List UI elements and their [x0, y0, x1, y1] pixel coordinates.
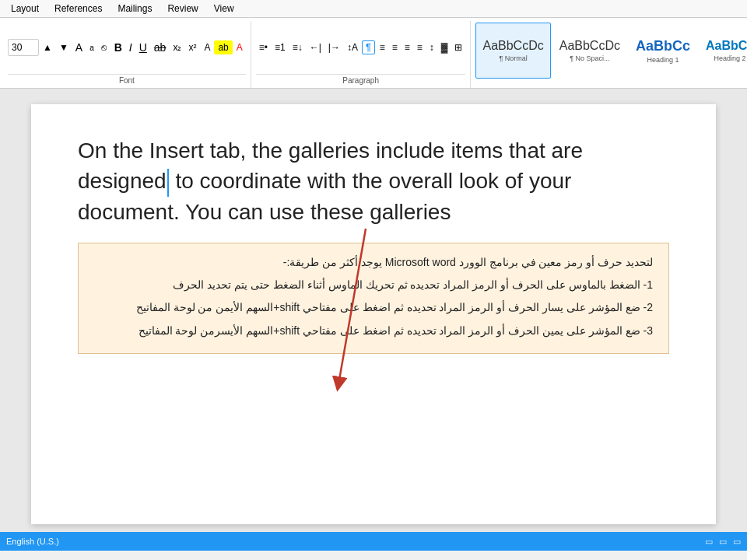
font-size-input[interactable]: 30	[8, 39, 39, 56]
status-icon-1[interactable]: ▭	[705, 537, 713, 547]
highlight-row: A ab A	[201, 40, 245, 54]
justify-btn[interactable]: ≡	[414, 40, 426, 54]
style-normal-preview: AaBbCcDc	[482, 39, 543, 53]
align-right-btn[interactable]: ≡	[402, 40, 413, 54]
style-heading1[interactable]: AaBbCc Heading 1	[629, 23, 697, 79]
indent-btn[interactable]: |→	[325, 40, 343, 54]
show-marks-btn[interactable]: ¶	[362, 40, 375, 54]
callout-item-3: 3- ضع المؤشر على يمين الحرف أو الرمز الم…	[94, 321, 653, 341]
multilevel-btn[interactable]: ≡↓	[289, 40, 306, 54]
list-row: ≡• ≡1 ≡↓ ←| |→ ↕A ¶	[256, 40, 375, 54]
align-row: ≡ ≡ ≡ ≡ ↕ ▓ ⊞	[377, 40, 466, 54]
tab-review[interactable]: Review	[160, 0, 205, 17]
shading-btn[interactable]: ▓	[438, 40, 451, 54]
font-group-label: Font	[8, 74, 246, 88]
highlight-btn[interactable]: ab	[214, 40, 232, 54]
styles-group: AaBbCcDc ¶ Normal AaBbCcDc ¶ No Spaci...…	[471, 21, 744, 88]
document-main-text: On the Insert tab, the galleries include…	[78, 135, 669, 227]
font-size-down-btn[interactable]: ▼	[56, 40, 72, 54]
strikethrough-btn[interactable]: ab	[151, 40, 170, 55]
status-bar: English (U.S.) ▭ ▭ ▭	[0, 532, 747, 551]
font-color-btn[interactable]: A	[233, 40, 246, 54]
style-h1-preview: AaBbCc	[636, 38, 690, 54]
tab-references[interactable]: References	[47, 0, 110, 17]
align-center-btn[interactable]: ≡	[389, 40, 401, 54]
callout-item-2: 2- ضع المؤشر على يسار الحرف أو الرمز الم…	[94, 298, 653, 317]
callout-item-1: 1- الضغط بالماوس على الحرف أو الرمز المر…	[94, 275, 653, 295]
paragraph-group: ≡• ≡1 ≡↓ ←| |→ ↕A ¶ ≡ ≡ ≡ ≡ ↕ ▓ ⊞	[251, 21, 472, 88]
font-case-small-btn[interactable]: a	[86, 42, 97, 54]
font-group: 30 ▲ ▼ A a ⎋ B I U ab x₂ x² A	[3, 21, 251, 88]
status-bar-right: ▭ ▭ ▭	[705, 537, 741, 547]
style-h1-label: Heading 1	[647, 56, 679, 64]
text-effects-btn[interactable]: A	[201, 40, 213, 54]
subscript-btn[interactable]: x₂	[170, 40, 184, 54]
ribbon-content: 30 ▲ ▼ A a ⎋ B I U ab x₂ x² A	[0, 18, 747, 88]
style-no-spacing[interactable]: AaBbCcDc ¶ No Spaci...	[552, 23, 627, 79]
style-no-spacing-preview: AaBbCcDc	[559, 39, 620, 53]
document-area: On the Insert tab, the galleries include…	[0, 89, 747, 532]
font-group-content: 30 ▲ ▼ A a ⎋ B I U ab x₂ x² A	[8, 21, 246, 74]
style-h2-label: Heading 2	[714, 54, 746, 62]
font-size-up-btn[interactable]: ▲	[40, 40, 55, 54]
bullets-btn[interactable]: ≡•	[256, 40, 271, 54]
style-no-spacing-label: ¶ No Spaci...	[570, 54, 609, 62]
language-indicator: English (U.S.)	[6, 537, 59, 546]
styles-group-content: AaBbCcDc ¶ Normal AaBbCcDc ¶ No Spaci...…	[475, 21, 747, 88]
document-page[interactable]: On the Insert tab, the galleries include…	[31, 104, 716, 524]
style-normal[interactable]: AaBbCcDc ¶ Normal	[475, 23, 550, 79]
text-cursor	[167, 169, 169, 197]
callout-title: لتحديد حرف أو رمز معين في برنامج الوورد …	[94, 253, 653, 272]
tab-view[interactable]: View	[206, 0, 242, 17]
status-icon-2[interactable]: ▭	[719, 537, 727, 547]
style-normal-label: ¶ Normal	[499, 54, 527, 62]
paragraph-group-content: ≡• ≡1 ≡↓ ←| |→ ↕A ¶ ≡ ≡ ≡ ≡ ↕ ▓ ⊞	[256, 21, 466, 74]
outdent-btn[interactable]: ←|	[307, 40, 324, 54]
font-case-btn[interactable]: A	[72, 40, 86, 55]
underline-btn[interactable]: U	[136, 40, 150, 55]
clear-format-btn[interactable]: ⎋	[98, 40, 110, 54]
paragraph-group-label: Paragraph	[256, 74, 466, 88]
align-left-btn[interactable]: ≡	[377, 40, 388, 54]
text-format-row: B I U ab x₂ x²	[111, 40, 200, 55]
status-icon-3[interactable]: ▭	[733, 537, 741, 547]
bold-btn[interactable]: B	[111, 40, 125, 55]
tab-layout[interactable]: Layout	[3, 0, 47, 17]
style-h2-preview: AaBbCc	[706, 39, 747, 53]
tab-mailings[interactable]: Mailings	[110, 0, 160, 17]
numbering-btn[interactable]: ≡1	[272, 40, 289, 54]
italic-btn[interactable]: I	[126, 40, 135, 55]
sort-btn[interactable]: ↕A	[344, 40, 361, 54]
ribbon: Layout References Mailings Review View 3…	[0, 0, 747, 89]
ribbon-tabs: Layout References Mailings Review View	[0, 0, 747, 18]
border-btn[interactable]: ⊞	[451, 40, 465, 54]
font-size-row: 30 ▲ ▼ A a ⎋	[8, 39, 110, 56]
style-heading2[interactable]: AaBbCc Heading 2	[699, 23, 747, 79]
superscript-btn[interactable]: x²	[185, 40, 199, 54]
line-spacing-btn[interactable]: ↕	[426, 40, 437, 54]
arabic-callout: لتحديد حرف أو رمز معين في برنامج الوورد …	[78, 243, 669, 354]
